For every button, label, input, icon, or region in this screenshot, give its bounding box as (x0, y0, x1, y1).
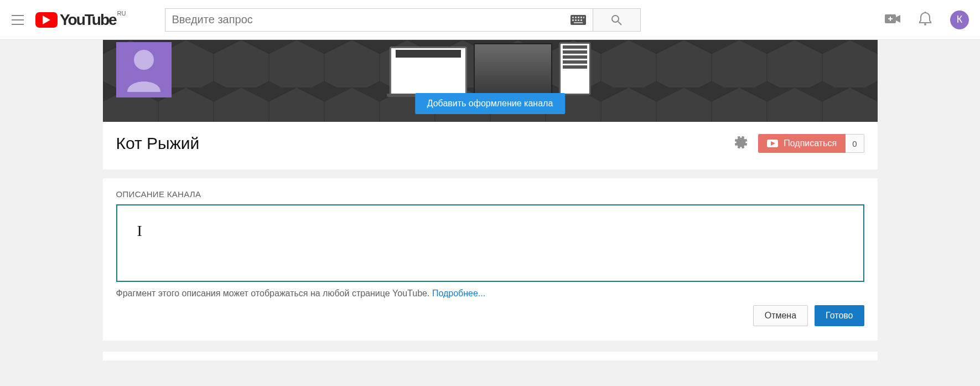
svg-rect-8 (580, 17, 582, 18)
svg-line-16 (618, 22, 621, 25)
channel-description-card: ОПИСАНИЕ КАНАЛА I Фрагмент этого описани… (103, 178, 878, 341)
svg-rect-5 (572, 17, 574, 18)
channel-banner: Добавить оформление канала (103, 40, 878, 122)
svg-point-25 (134, 50, 154, 70)
svg-rect-13 (580, 19, 582, 21)
notifications-icon[interactable] (919, 12, 931, 28)
subscribe-group: Подписаться 0 (758, 134, 864, 153)
phone-icon (559, 42, 591, 95)
svg-rect-14 (574, 22, 583, 23)
search-button[interactable] (593, 8, 641, 32)
search-input-wrap (165, 8, 593, 32)
svg-rect-11 (575, 19, 577, 21)
add-channel-art-button[interactable]: Добавить оформление канала (415, 93, 566, 114)
channel-header-row: Кот Рыжий Подписаться 0 (103, 122, 878, 169)
channel-description-input[interactable] (116, 204, 864, 282)
svg-rect-10 (572, 19, 574, 21)
header-actions: К (885, 11, 969, 29)
subscriber-count: 0 (846, 134, 864, 153)
settings-icon[interactable] (734, 135, 748, 152)
play-icon (767, 140, 778, 147)
logo-country: RU (117, 10, 126, 17)
svg-rect-7 (578, 17, 579, 18)
search-icon (611, 14, 622, 25)
device-preview (390, 42, 591, 95)
laptop-icon (390, 47, 467, 95)
svg-rect-6 (575, 17, 577, 18)
svg-point-21 (924, 23, 926, 25)
search-input[interactable] (172, 13, 571, 26)
learn-more-link[interactable]: Подробнее... (432, 289, 485, 298)
menu-icon[interactable] (11, 13, 24, 27)
description-help-text: Фрагмент этого описания может отображать… (116, 289, 864, 298)
app-header: YouTube RU К (0, 0, 980, 40)
cancel-button[interactable]: Отмена (753, 305, 808, 326)
channel-avatar[interactable] (116, 42, 172, 97)
description-actions: Отмена Готово (116, 305, 864, 326)
subscribe-label: Подписаться (784, 138, 837, 148)
subscribe-button[interactable]: Подписаться (758, 134, 846, 153)
description-section-label: ОПИСАНИЕ КАНАЛА (116, 189, 864, 199)
play-icon (35, 12, 58, 28)
user-avatar[interactable]: К (950, 11, 969, 29)
search-bar (165, 8, 641, 32)
svg-marker-18 (896, 15, 900, 23)
svg-marker-3 (43, 16, 50, 24)
tv-icon (474, 43, 552, 95)
main-content: Добавить оформление канала Кот Рыжий Под… (103, 40, 878, 361)
person-icon (125, 48, 163, 92)
upload-icon[interactable] (885, 13, 900, 27)
svg-point-15 (612, 16, 619, 22)
svg-rect-12 (578, 19, 579, 21)
logo-text: YouTube (60, 11, 116, 29)
done-button[interactable]: Готово (815, 305, 864, 326)
svg-rect-9 (583, 17, 584, 18)
keyboard-icon[interactable] (571, 15, 586, 25)
next-card-placeholder (103, 352, 878, 361)
channel-name: Кот Рыжий (116, 134, 200, 153)
youtube-logo[interactable]: YouTube RU (35, 11, 126, 29)
